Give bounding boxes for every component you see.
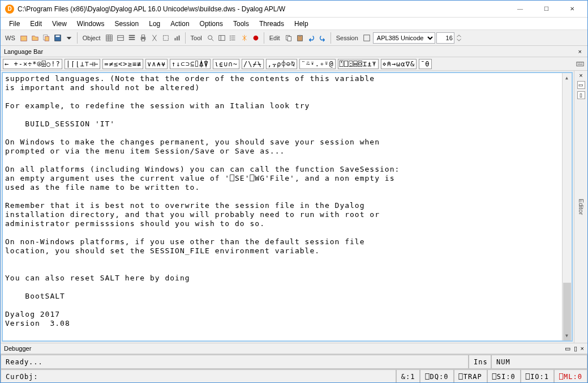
status-num: NUM (491, 355, 587, 369)
language-bar-title: Language Bar (4, 48, 43, 55)
app-icon: D (5, 5, 14, 14)
search-icon[interactable] (205, 33, 216, 43)
status-ml: ⎕ML:0 (554, 369, 587, 383)
menu-help[interactable]: Help (289, 18, 314, 29)
scroll-down-icon[interactable]: ▼ (563, 331, 572, 341)
statusbar-2: CurObj: &:1 ⎕DQ:0 ⎕TRAP ⎕SI:0 ⎕IO:1 ⎕ML:… (1, 369, 587, 383)
menu-view[interactable]: View (47, 18, 72, 29)
ws-dropdown-icon[interactable] (64, 33, 74, 43)
lang-group-1[interactable]: |⌈⌊⊥⊤⊣⊢ (65, 59, 101, 69)
lang-group-3[interactable]: ∨∧⍲⍱ (145, 59, 168, 69)
menu-session[interactable]: Session (110, 18, 144, 29)
menu-log[interactable]: Log (144, 18, 165, 29)
dock-pin-icon[interactable]: ▯ (577, 91, 585, 99)
svg-rect-15 (218, 35, 225, 40)
object-cut-icon[interactable] (149, 33, 160, 43)
svg-point-19 (253, 35, 258, 40)
font-select[interactable]: APL385 Unicode (373, 32, 435, 44)
svg-rect-12 (177, 36, 178, 40)
object-chart-icon[interactable] (172, 33, 182, 43)
status-curobj: CurObj: (1, 369, 396, 383)
svg-point-18 (230, 39, 231, 40)
tool-thread-icon[interactable] (239, 33, 250, 43)
menu-options[interactable]: Options (195, 18, 228, 29)
svg-rect-13 (178, 35, 179, 40)
tool-stop-icon[interactable] (251, 33, 261, 43)
lang-group-9[interactable]: ⍞⎕⍠⌸⌺⌶⍎⍕ (338, 59, 379, 69)
font-size-spinner[interactable] (456, 33, 462, 43)
menu-tools[interactable]: Tools (228, 18, 254, 29)
paste-icon[interactable] (295, 33, 305, 43)
lang-group-10[interactable]: ⋄⍝→⍵⍺∇& (381, 59, 417, 69)
menu-file[interactable]: File (4, 18, 25, 29)
svg-rect-5 (106, 35, 112, 41)
session-box-icon[interactable] (362, 33, 372, 43)
debugger-pin-icon[interactable]: ▯ (574, 345, 577, 352)
keyboard-icon[interactable] (575, 59, 585, 69)
toolbar: WS Object Tool Edit Session APL385 Unico… (1, 30, 587, 46)
titlebar: D C:\Program Files (x86)\Dyalog\Dyalog A… (1, 1, 587, 18)
object-select-icon[interactable] (161, 33, 171, 43)
lang-group-6[interactable]: /\⌿⍀ (242, 59, 264, 69)
session-close-icon[interactable]: × (579, 72, 582, 79)
lang-group-2[interactable]: =≠≤<>≥≡≢ (102, 59, 143, 69)
ws-open-icon[interactable] (30, 33, 40, 43)
ws-clear-icon[interactable] (19, 33, 29, 43)
debugger-title: Debugger (4, 345, 31, 352)
object-table-icon[interactable] (115, 33, 126, 43)
session-area[interactable]: supported languages. (Note that the orde… (2, 72, 573, 342)
status-dq: ⎕DQ:0 (420, 369, 453, 383)
vertical-scrollbar[interactable]: ▲ ▼ (562, 73, 572, 341)
undo-icon[interactable] (306, 33, 316, 43)
lang-group-0[interactable]: ← +-×÷*⍟⌹○!? (3, 59, 62, 69)
toolbar-tool-label: Tool (188, 35, 204, 41)
font-size-input[interactable] (436, 32, 454, 44)
svg-rect-25 (577, 62, 583, 66)
lang-group-4[interactable]: ↑↓⊂⊃⊆⌷⍋⍒ (170, 59, 211, 69)
object-rows-icon[interactable] (127, 33, 137, 43)
toolbar-session-label: Session (334, 35, 360, 41)
lang-group-11[interactable]: ¯⍬ (419, 59, 431, 69)
ws-copy-icon[interactable] (41, 33, 51, 43)
debugger-close-icon[interactable]: × (581, 345, 584, 352)
svg-rect-0 (20, 36, 27, 41)
statusbar-1: Ready... Ins NUM (1, 354, 587, 369)
object-grid-icon[interactable] (104, 33, 114, 43)
status-si: ⎕SI:0 (487, 369, 521, 383)
redo-icon[interactable] (317, 33, 328, 43)
status-amp: &:1 (396, 369, 420, 383)
lang-group-8[interactable]: ¨⍨⍣.∘⍤@ (299, 59, 336, 69)
menu-threads[interactable]: Threads (254, 18, 289, 29)
status-ready: Ready... (1, 355, 469, 369)
dock-box-icon[interactable]: ▭ (577, 81, 585, 89)
debugger-restore-icon[interactable]: ▭ (565, 345, 570, 352)
menu-edit[interactable]: Edit (25, 18, 47, 29)
language-bar-close-icon[interactable]: × (576, 48, 584, 55)
svg-rect-21 (287, 36, 291, 41)
maximize-button[interactable]: ☐ (533, 1, 559, 18)
window-title: C:\Program Files (x86)\Dyalog\Dyalog APL… (18, 5, 507, 13)
editor-tab-label[interactable]: Editor (578, 199, 585, 215)
language-bar-header: Language Bar × (1, 46, 587, 57)
svg-rect-6 (117, 35, 123, 40)
session-text[interactable]: supported languages. (Note that the orde… (3, 73, 572, 329)
svg-rect-2 (45, 36, 49, 41)
minimize-button[interactable]: — (507, 1, 533, 18)
copy-icon[interactable] (284, 33, 294, 43)
print-icon[interactable] (138, 33, 148, 43)
lang-group-7[interactable]: ,⍪⍴⌽⊖⍉ (266, 59, 297, 69)
close-button[interactable]: ✕ (559, 1, 585, 18)
tool-explorer-icon[interactable] (217, 33, 227, 43)
menu-windows[interactable]: Windows (72, 18, 110, 29)
menu-action[interactable]: Action (165, 18, 194, 29)
ws-save-icon[interactable] (53, 33, 63, 43)
tool-list-icon[interactable] (228, 33, 238, 43)
scroll-up-icon[interactable]: ▲ (563, 73, 572, 83)
toolbar-edit-label: Edit (267, 35, 282, 41)
menubar: File Edit View Windows Session Log Actio… (1, 18, 587, 30)
status-ins: Ins (469, 355, 491, 369)
svg-rect-9 (141, 39, 144, 41)
status-trap: ⎕TRAP (454, 369, 487, 383)
svg-rect-8 (141, 35, 144, 37)
lang-group-5[interactable]: ⍳⍷∪∩~ (213, 59, 239, 69)
